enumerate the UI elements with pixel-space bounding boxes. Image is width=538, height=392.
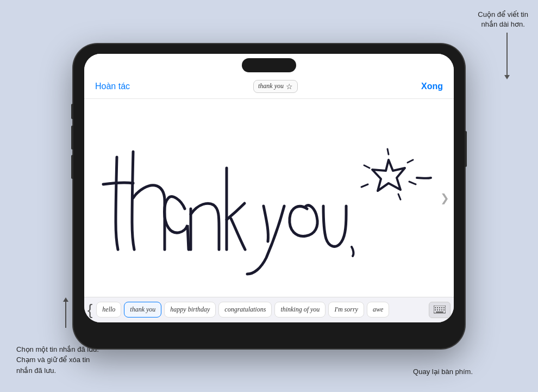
volume-up-button[interactable] <box>71 126 73 150</box>
svg-rect-1 <box>435 307 436 308</box>
annotation-bl-3: nhắn đã lưu. <box>16 366 56 375</box>
bracket-icon: { <box>87 302 92 318</box>
undo-button[interactable]: Hoàn tác <box>95 82 130 91</box>
preset-im-sorry[interactable]: I'm sorry <box>328 302 364 318</box>
phone-frame: Hoàn tác thank you ☆ Xong <box>73 44 465 349</box>
mute-button[interactable] <box>71 104 73 119</box>
arrow-bottom-left <box>65 301 66 328</box>
preview-text: thank you <box>258 82 284 90</box>
annotation-top-right: Cuộn để viết tin nhắn dài hơn. <box>478 10 528 29</box>
preset-hello[interactable]: hello <box>96 302 121 318</box>
arrow-top-right <box>506 33 508 76</box>
svg-rect-4 <box>441 307 442 308</box>
svg-rect-2 <box>437 307 438 308</box>
preview-star-icon: ☆ <box>286 82 293 91</box>
volume-down-button[interactable] <box>71 155 73 179</box>
svg-rect-7 <box>437 309 438 310</box>
preset-thinking-of-you[interactable]: thinking of you <box>274 302 326 318</box>
keyboard-button[interactable] <box>429 302 451 318</box>
preset-thank-you[interactable]: thank you <box>124 302 161 318</box>
annotation-bl-2: Chạm và giữ để xóa tin <box>16 356 90 364</box>
svg-rect-3 <box>439 307 440 308</box>
svg-rect-10 <box>443 309 445 310</box>
preset-congratulations[interactable]: congratulations <box>218 302 272 318</box>
annotation-bottom-right: Quay lại bàn phím. <box>413 368 473 376</box>
svg-rect-8 <box>439 309 440 310</box>
handwriting-svg <box>84 99 454 297</box>
svg-rect-9 <box>441 309 442 310</box>
preset-happy-birthday[interactable]: happy birthday <box>164 302 216 318</box>
svg-rect-6 <box>435 309 436 310</box>
annotation-bottom-left: Chọn một tin nhắn đã lưu. Chạm và giữ để… <box>16 344 99 376</box>
preset-awe[interactable]: awe <box>367 302 389 318</box>
preview-pill: thank you ☆ <box>253 80 298 93</box>
svg-rect-11 <box>436 312 443 313</box>
drawing-canvas[interactable]: ❯ <box>84 99 454 297</box>
keyboard-icon <box>434 306 446 314</box>
home-indicator <box>236 327 302 329</box>
dynamic-island <box>242 58 296 72</box>
phone-screen: Hoàn tác thank you ☆ Xong <box>84 54 454 322</box>
power-button[interactable] <box>465 131 467 167</box>
svg-rect-5 <box>443 307 445 308</box>
done-button[interactable]: Xong <box>421 82 443 91</box>
scroll-right-arrow[interactable]: ❯ <box>440 191 449 204</box>
bottom-toolbar: { hello thank you happy birthday congrat… <box>84 297 454 322</box>
